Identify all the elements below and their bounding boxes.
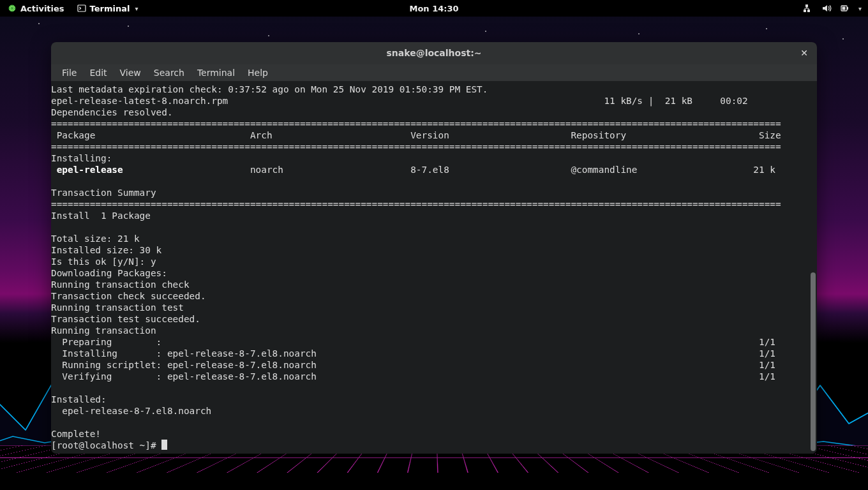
terminal-menubar: File Edit View Search Terminal Help [51, 64, 817, 81]
terminal-app-icon [77, 4, 86, 13]
terminal-cursor [161, 440, 167, 450]
svg-rect-1 [78, 5, 86, 11]
activities-label: Activities [20, 4, 64, 13]
scrollbar-thumb[interactable] [811, 272, 816, 451]
activities-button[interactable]: Activities [4, 0, 68, 17]
window-titlebar[interactable]: snake@localhost:~ ✕ [51, 42, 817, 64]
system-menu-chevron-icon[interactable]: ▾ [858, 5, 862, 12]
window-title: snake@localhost:~ [386, 48, 481, 58]
menu-view[interactable]: View [114, 66, 147, 79]
terminal-viewport[interactable]: Last metadata expiration check: 0:37:52 … [51, 81, 817, 454]
network-icon[interactable] [804, 3, 814, 13]
menu-file[interactable]: File [56, 66, 82, 79]
activities-icon [8, 4, 17, 13]
svg-rect-2 [805, 4, 808, 7]
svg-rect-4 [807, 10, 810, 12]
power-icon[interactable] [839, 3, 849, 13]
menu-search[interactable]: Search [148, 66, 190, 79]
volume-icon[interactable] [821, 3, 832, 13]
svg-rect-6 [847, 7, 848, 10]
clock-button[interactable]: Mon 14:30 [405, 0, 462, 17]
gnome-topbar: Activities Terminal ▾ Mon 14:30 ▾ [0, 0, 868, 17]
terminal-window: snake@localhost:~ ✕ File Edit View Searc… [51, 42, 817, 454]
svg-rect-3 [804, 10, 806, 12]
menu-edit[interactable]: Edit [84, 66, 112, 79]
chevron-down-icon: ▾ [135, 5, 138, 12]
window-close-button[interactable]: ✕ [798, 47, 811, 59]
app-menu-label: Terminal [90, 4, 130, 13]
terminal-output: Last metadata expiration check: 0:37:52 … [51, 81, 817, 454]
terminal-scrollbar[interactable] [809, 81, 817, 454]
menu-terminal[interactable]: Terminal [191, 66, 241, 79]
menu-help[interactable]: Help [242, 66, 274, 79]
clock-label: Mon 14:30 [409, 4, 458, 13]
app-menu-button[interactable]: Terminal ▾ [73, 0, 142, 17]
svg-rect-7 [842, 7, 845, 10]
close-icon: ✕ [800, 48, 808, 58]
